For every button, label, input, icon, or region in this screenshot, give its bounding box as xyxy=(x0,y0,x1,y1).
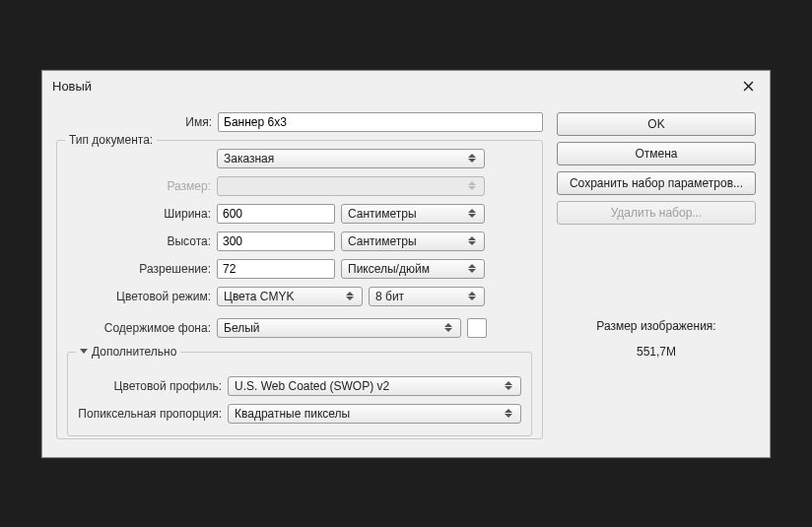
chevron-updown-icon xyxy=(346,292,358,300)
bg-row: Содержимое фона: Белый xyxy=(67,318,532,338)
width-input[interactable] xyxy=(217,204,335,224)
save-preset-button[interactable]: Сохранить набор параметров... xyxy=(557,171,756,195)
cancel-button[interactable]: Отмена xyxy=(557,142,756,165)
width-row: Ширина: Сантиметры xyxy=(67,204,532,224)
chevron-updown-icon xyxy=(468,154,480,163)
chevron-updown-icon xyxy=(468,264,480,273)
resolution-unit-value: Пикселы/дюйм xyxy=(348,262,430,276)
resolution-input[interactable] xyxy=(217,259,335,279)
name-row: Имя: xyxy=(56,112,543,132)
delete-preset-label: Удалить набор... xyxy=(611,206,703,220)
new-document-dialog: Новый Имя: Тип документа: Заказная xyxy=(41,70,771,458)
bg-value: Белый xyxy=(224,321,259,335)
save-preset-label: Сохранить набор параметров... xyxy=(570,176,743,190)
width-unit-select[interactable]: Сантиметры xyxy=(341,204,485,224)
doc-type-legend: Тип документа: xyxy=(65,133,157,147)
bg-select[interactable]: Белый xyxy=(217,318,461,338)
chevron-updown-icon xyxy=(444,323,456,332)
color-mode-select[interactable]: Цвета CMYK xyxy=(217,287,363,306)
height-row: Высота: Сантиметры xyxy=(67,231,532,251)
chevron-updown-icon xyxy=(468,236,480,245)
image-size-label: Размер изображения: xyxy=(557,319,756,333)
doc-type-value: Заказная xyxy=(224,152,274,165)
pixel-aspect-value: Квадратные пикселы xyxy=(235,407,350,421)
advanced-panel: Дополнительно Цветовой профиль: U.S. Web… xyxy=(67,352,532,436)
color-profile-label: Цветовой профиль: xyxy=(78,379,222,393)
color-profile-value: U.S. Web Coated (SWOP) v2 xyxy=(235,379,389,393)
name-label: Имя: xyxy=(56,115,212,129)
delete-preset-button: Удалить набор... xyxy=(557,201,756,225)
size-row: Размер: xyxy=(67,176,532,196)
chevron-updown-icon xyxy=(468,292,480,300)
close-button[interactable] xyxy=(736,77,760,97)
resolution-label: Разрешение: xyxy=(67,262,211,276)
size-select xyxy=(217,176,485,196)
right-panel: OK Отмена Сохранить набор параметров... … xyxy=(557,112,756,439)
dialog-titlebar: Новый xyxy=(42,71,770,102)
pixel-aspect-row: Попиксельная пропорция: Квадратные пиксе… xyxy=(78,404,521,424)
image-size-value: 551,7M xyxy=(557,345,756,359)
color-mode-row: Цветовой режим: Цвета CMYK 8 бит xyxy=(67,287,532,306)
doc-type-select[interactable]: Заказная xyxy=(217,149,485,168)
pixel-aspect-select[interactable]: Квадратные пикселы xyxy=(228,404,521,424)
height-label: Высота: xyxy=(67,234,211,248)
advanced-label: Дополнительно xyxy=(92,345,176,359)
doc-type-row: Заказная xyxy=(67,149,532,168)
bg-color-swatch[interactable] xyxy=(467,318,487,338)
chevron-updown-icon xyxy=(468,209,480,218)
chevron-down-icon xyxy=(80,349,88,354)
dialog-body: Имя: Тип документа: Заказная Размер: xyxy=(42,102,770,457)
color-depth-select[interactable]: 8 бит xyxy=(369,287,485,306)
bg-label: Содержимое фона: xyxy=(67,321,211,335)
color-profile-select[interactable]: U.S. Web Coated (SWOP) v2 xyxy=(228,376,521,396)
close-icon xyxy=(743,81,754,92)
left-panel: Имя: Тип документа: Заказная Размер: xyxy=(56,112,543,439)
ok-button[interactable]: OK xyxy=(557,112,756,136)
width-label: Ширина: xyxy=(67,207,211,221)
height-unit-value: Сантиметры xyxy=(348,234,417,248)
chevron-updown-icon xyxy=(505,409,516,418)
spacer xyxy=(557,231,756,309)
pixel-aspect-label: Попиксельная пропорция: xyxy=(78,407,222,421)
color-mode-value: Цвета CMYK xyxy=(224,290,294,303)
height-unit-select[interactable]: Сантиметры xyxy=(341,231,485,251)
main-settings-panel: Тип документа: Заказная Размер: xyxy=(56,140,543,439)
chevron-updown-icon xyxy=(505,381,516,390)
ok-label: OK xyxy=(647,117,664,131)
advanced-legend[interactable]: Дополнительно xyxy=(76,345,180,359)
dialog-title: Новый xyxy=(52,79,92,94)
width-unit-value: Сантиметры xyxy=(348,207,417,221)
color-depth-value: 8 бит xyxy=(375,290,404,303)
cancel-label: Отмена xyxy=(635,147,677,161)
height-input[interactable] xyxy=(217,231,335,251)
color-mode-label: Цветовой режим: xyxy=(67,290,211,303)
color-profile-row: Цветовой профиль: U.S. Web Coated (SWOP)… xyxy=(78,376,521,396)
doc-type-label: Тип документа: xyxy=(69,133,153,147)
size-label: Размер: xyxy=(67,179,211,193)
chevron-updown-icon xyxy=(468,181,480,190)
resolution-unit-select[interactable]: Пикселы/дюйм xyxy=(341,259,485,279)
name-input[interactable] xyxy=(218,112,543,132)
resolution-row: Разрешение: Пикселы/дюйм xyxy=(67,259,532,279)
